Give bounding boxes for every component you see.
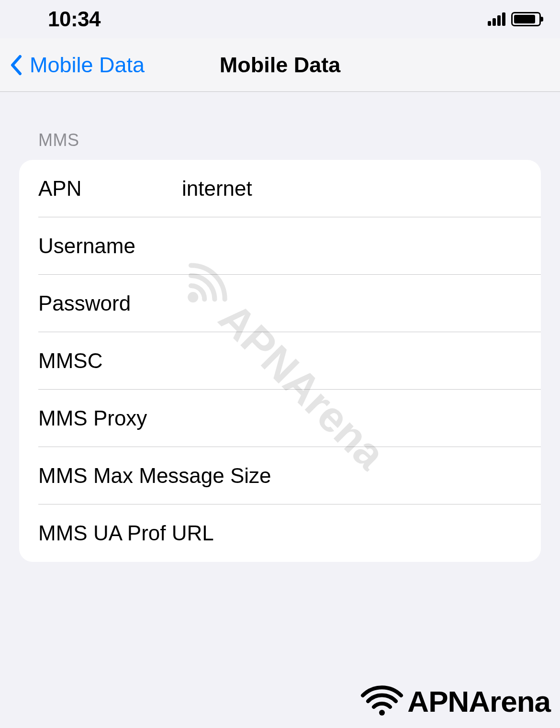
password-field[interactable] xyxy=(182,291,522,315)
mmsc-field[interactable] xyxy=(182,349,522,373)
mms-proxy-label: MMS Proxy xyxy=(38,406,182,430)
apn-row[interactable]: APN xyxy=(19,160,541,217)
mms-proxy-field[interactable] xyxy=(182,406,522,430)
mmsc-row[interactable]: MMSC xyxy=(19,332,541,390)
settings-group: APN Username Password MMSC MMS Proxy MMS… xyxy=(19,160,541,562)
mms-ua-prof-field[interactable] xyxy=(214,521,522,545)
username-field[interactable] xyxy=(182,234,522,258)
back-button[interactable]: Mobile Data xyxy=(0,53,145,78)
footer-text: APNArena xyxy=(407,684,550,718)
battery-icon xyxy=(511,12,541,26)
footer-logo: APNArena xyxy=(360,684,550,718)
nav-bar: Mobile Data Mobile Data xyxy=(0,38,560,92)
svg-point-1 xyxy=(379,710,385,716)
status-bar: 10:34 xyxy=(0,0,560,38)
mms-ua-prof-label: MMS UA Prof URL xyxy=(38,521,214,545)
back-label: Mobile Data xyxy=(30,53,145,78)
mmsc-label: MMSC xyxy=(38,349,182,373)
password-row[interactable]: Password xyxy=(19,275,541,332)
mms-max-size-field[interactable] xyxy=(271,464,534,488)
mms-ua-prof-row[interactable]: MMS UA Prof URL xyxy=(19,504,541,562)
section-header-mms: MMS xyxy=(19,92,541,160)
apn-field[interactable] xyxy=(182,177,522,201)
cellular-signal-icon xyxy=(488,12,505,26)
chevron-left-icon xyxy=(10,55,22,76)
status-indicators xyxy=(488,12,541,26)
mms-max-size-label: MMS Max Message Size xyxy=(38,464,271,488)
content-area: MMS APN Username Password MMSC MMS Proxy xyxy=(0,92,560,562)
mms-proxy-row[interactable]: MMS Proxy xyxy=(19,390,541,447)
username-row[interactable]: Username xyxy=(19,217,541,275)
password-label: Password xyxy=(38,291,182,315)
username-label: Username xyxy=(38,234,182,258)
mms-max-size-row[interactable]: MMS Max Message Size xyxy=(19,447,541,504)
status-time: 10:34 xyxy=(48,7,101,31)
page-title: Mobile Data xyxy=(220,53,341,78)
wifi-icon xyxy=(360,685,403,718)
apn-label: APN xyxy=(38,177,182,201)
